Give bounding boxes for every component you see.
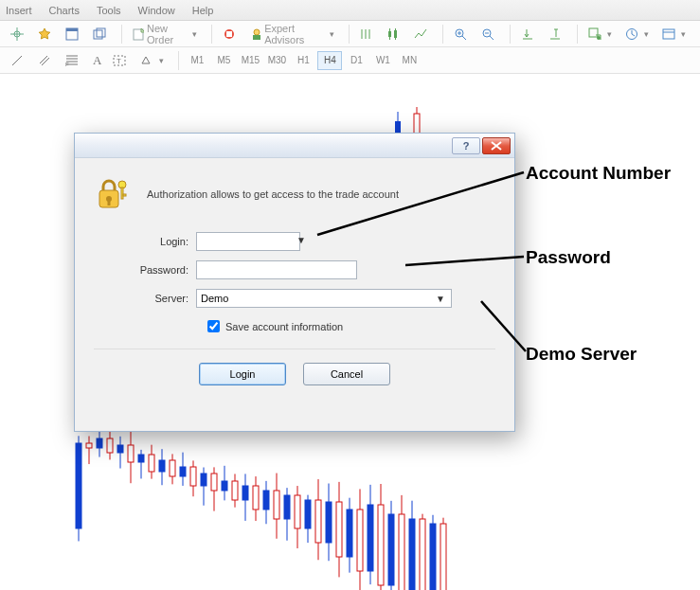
annotation-account-number: Account Number [526, 163, 671, 184]
svg-text:T: T [117, 57, 121, 65]
svg-rect-68 [295, 495, 300, 528]
svg-rect-36 [128, 445, 134, 462]
new-order-label: New Order [147, 23, 190, 45]
svg-point-8 [254, 29, 260, 35]
equidistant-channel-icon[interactable] [33, 50, 59, 71]
text-tool-icon[interactable]: T [108, 50, 134, 71]
menu-help[interactable]: Help [192, 5, 214, 16]
server-combobox[interactable]: Demo ▼ [196, 289, 452, 308]
svg-rect-54 [222, 481, 227, 491]
indicators-icon[interactable]: ▾ [583, 24, 619, 45]
server-label: Server: [94, 293, 196, 304]
svg-rect-70 [305, 500, 311, 528]
svg-rect-52 [211, 474, 217, 491]
svg-rect-84 [378, 505, 384, 585]
svg-rect-40 [149, 455, 154, 472]
fibonacci-icon[interactable]: F [61, 50, 86, 71]
menu-insert[interactable]: Insert [6, 5, 32, 16]
svg-rect-38 [138, 455, 144, 462]
favorite-icon[interactable] [33, 24, 59, 45]
chart-candles-icon[interactable] [382, 24, 407, 45]
tf-m1[interactable]: M1 [185, 51, 209, 70]
login-button[interactable]: Login [199, 363, 286, 385]
auto-scroll-icon[interactable] [516, 24, 542, 45]
tf-m5[interactable]: M5 [211, 51, 236, 70]
password-input[interactable] [196, 260, 357, 279]
tf-m30[interactable]: M30 [264, 51, 289, 70]
tf-m15[interactable]: M15 [238, 51, 262, 70]
menu-window[interactable]: Window [138, 5, 175, 16]
svg-rect-44 [170, 460, 175, 476]
svg-rect-82 [368, 505, 373, 571]
svg-rect-9 [253, 35, 260, 40]
menu-charts[interactable]: Charts [49, 5, 80, 16]
divider [94, 349, 495, 349]
svg-rect-48 [190, 467, 196, 486]
close-button[interactable] [482, 137, 511, 154]
svg-rect-60 [253, 486, 259, 510]
svg-rect-42 [159, 460, 165, 472]
expert-advisors-button[interactable]: Expert Advisors ▾ [245, 24, 341, 45]
save-account-label: Save account information [225, 321, 343, 332]
svg-rect-74 [326, 502, 332, 543]
svg-rect-86 [388, 514, 394, 585]
svg-rect-72 [315, 500, 321, 543]
svg-rect-90 [409, 519, 415, 590]
svg-rect-80 [357, 510, 363, 571]
svg-rect-2 [66, 28, 78, 31]
svg-rect-78 [347, 510, 352, 557]
window-tile-icon[interactable] [61, 24, 86, 45]
chart-bars-icon[interactable] [354, 24, 380, 45]
window-cascade-icon[interactable] [88, 24, 114, 45]
expert-advisors-label: Expert Advisors [264, 23, 328, 45]
login-input[interactable] [196, 232, 300, 251]
tf-h4[interactable]: H4 [317, 51, 342, 70]
crosshair-icon[interactable] [6, 24, 31, 45]
cancel-button[interactable]: Cancel [303, 363, 390, 385]
server-dropdown-caret[interactable]: ▼ [436, 294, 447, 304]
periodicity-icon[interactable]: ▾ [620, 24, 655, 45]
text-label-icon[interactable]: A [88, 50, 106, 71]
svg-rect-3 [94, 30, 102, 39]
svg-rect-99 [108, 200, 111, 206]
zoom-out-icon[interactable] [476, 24, 502, 45]
tf-w1[interactable]: W1 [370, 51, 395, 70]
login-dialog: ? Authorization allows to get access to … [74, 133, 515, 432]
svg-rect-96 [440, 524, 446, 590]
svg-rect-88 [399, 514, 404, 590]
svg-rect-46 [180, 467, 186, 476]
svg-rect-7 [226, 31, 232, 37]
annotation-demo-server: Demo Server [526, 344, 637, 365]
help-button[interactable]: ? [452, 137, 480, 154]
server-value: Demo [201, 293, 228, 304]
menu-tools[interactable]: Tools [97, 5, 121, 16]
svg-rect-76 [336, 502, 342, 557]
new-order-button[interactable]: New Order ▾ [128, 24, 204, 45]
trendline-icon[interactable] [6, 50, 31, 71]
save-account-checkbox[interactable] [207, 320, 220, 332]
svg-rect-62 [263, 491, 269, 510]
svg-rect-17 [663, 29, 674, 39]
svg-rect-34 [117, 445, 123, 453]
svg-rect-30 [97, 438, 102, 448]
chart-shift-icon[interactable] [544, 24, 569, 45]
login-dropdown-caret[interactable]: ▼ [296, 235, 306, 245]
lock-keys-icon [94, 175, 132, 213]
tf-mn[interactable]: MN [397, 51, 422, 70]
autotrading-icon[interactable] [218, 24, 243, 45]
svg-rect-26 [76, 443, 81, 528]
chart-line-icon[interactable] [409, 24, 435, 45]
shapes-icon[interactable]: ▾ [135, 50, 171, 71]
svg-point-15 [597, 36, 601, 40]
svg-rect-50 [201, 474, 206, 486]
dialog-titlebar: ? [75, 134, 514, 158]
annotation-password: Password [526, 247, 611, 268]
svg-rect-66 [284, 495, 290, 519]
svg-rect-92 [420, 519, 425, 590]
templates-icon[interactable]: ▾ [657, 24, 692, 45]
svg-rect-102 [123, 194, 126, 196]
tf-d1[interactable]: D1 [344, 51, 368, 70]
svg-rect-14 [589, 28, 598, 37]
zoom-in-icon[interactable] [449, 24, 475, 45]
tf-h1[interactable]: H1 [291, 51, 315, 70]
